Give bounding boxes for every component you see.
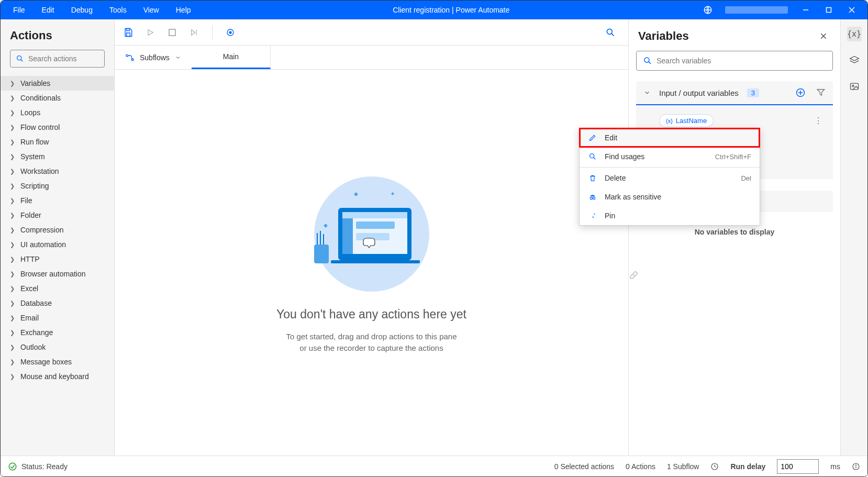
action-category-label: Mouse and keyboard [20,372,89,381]
stop-button[interactable] [166,26,179,39]
chevron-right-icon: ❯ [10,329,15,336]
action-category-file[interactable]: ❯File [1,193,114,208]
ctx-find-shortcut: Ctrl+Shift+F [715,153,751,161]
tab-main[interactable]: Main [192,46,271,69]
globe-icon [703,5,713,15]
chevron-right-icon: ❯ [10,241,15,248]
chevron-right-icon: ❯ [10,183,15,190]
action-category-browser-automation[interactable]: ❯Browser automation [1,267,114,281]
action-category-mouse-and-keyboard[interactable]: ❯Mouse and keyboard [1,369,114,384]
menu-tools[interactable]: Tools [101,1,135,19]
chevron-right-icon: ❯ [10,168,15,175]
variable-pill[interactable]: {x}LastName [659,114,714,127]
action-category-label: Workstation [20,167,59,175]
maximize-button[interactable] [824,5,834,15]
actions-search-input[interactable] [28,54,120,63]
status-subflow-count: 1 Subflow [667,462,699,471]
subflows-dropdown[interactable]: Subflows [115,46,192,69]
rail-layers-button[interactable] [847,53,862,68]
filter-icon[interactable] [816,87,826,98]
chevron-right-icon: ❯ [10,271,15,278]
ctx-pin[interactable]: Pin [580,206,760,225]
info-icon[interactable] [852,462,860,471]
variables-close-button[interactable] [816,29,831,43]
run-delay-input[interactable] [777,459,819,474]
action-category-message-boxes[interactable]: ❯Message boxes [1,354,114,369]
ctx-delete[interactable]: Delete Del [580,169,760,187]
action-category-flow-control[interactable]: ❯Flow control [1,120,114,135]
action-category-scripting[interactable]: ❯Scripting [1,179,114,193]
chevron-right-icon: ❯ [10,212,15,219]
clock-icon [710,462,719,471]
action-category-folder[interactable]: ❯Folder [1,208,114,223]
action-category-ui-automation[interactable]: ❯UI automation [1,237,114,252]
eraser-icon[interactable] [629,262,840,280]
designer-search-button[interactable] [600,22,621,43]
ctx-find-usages[interactable]: Find usages Ctrl+Shift+F [580,147,760,166]
action-category-variables[interactable]: ❯Variables [1,76,114,91]
svg-rect-24 [356,221,395,229]
ctx-mark-sensitive[interactable]: Mark as sensitive [580,187,760,206]
empty-subtitle: To get started, drag and drop actions to… [286,331,457,354]
svg-point-56 [855,464,856,465]
menu-help[interactable]: Help [168,1,199,19]
action-category-conditionals[interactable]: ❯Conditionals [1,91,114,105]
action-category-label: Excel [20,284,38,293]
action-category-run-flow[interactable]: ❯Run flow [1,135,114,149]
action-category-exchange[interactable]: ❯Exchange [1,325,114,340]
action-category-http[interactable]: ❯HTTP [1,252,114,267]
action-category-label: Database [20,299,52,307]
record-button[interactable] [224,26,237,39]
action-category-loops[interactable]: ❯Loops [1,105,114,120]
add-variable-button[interactable] [795,87,806,98]
variables-search[interactable] [636,51,833,71]
ms-label: ms [830,462,840,471]
variables-search-input[interactable] [656,57,826,65]
run-button[interactable] [144,26,157,39]
status-check-icon [8,462,17,471]
rail-images-button[interactable] [847,79,862,94]
svg-rect-27 [314,245,329,263]
menu-edit[interactable]: Edit [34,1,63,19]
ctx-delete-label: Delete [605,174,626,182]
actions-search[interactable] [10,50,105,68]
action-category-label: HTTP [20,255,40,263]
ctx-edit[interactable]: Edit [580,128,760,147]
close-button[interactable] [847,5,857,15]
svg-marker-44 [850,57,859,61]
chevron-right-icon: ❯ [10,197,15,204]
action-category-outlook[interactable]: ❯Outlook [1,340,114,354]
action-category-compression[interactable]: ❯Compression [1,223,114,237]
rail-variables-button[interactable]: {x} [847,27,862,41]
action-category-system[interactable]: ❯System [1,149,114,164]
svg-rect-26 [331,260,420,263]
variable-more-button[interactable]: ⋮ [811,114,826,128]
minimize-button[interactable] [800,5,811,15]
chevron-right-icon: ❯ [10,124,15,131]
action-category-workstation[interactable]: ❯Workstation [1,164,114,179]
svg-rect-10 [169,29,175,36]
chevron-right-icon: ❯ [10,95,15,102]
action-category-label: System [20,152,45,161]
step-button[interactable] [188,26,201,39]
chevron-right-icon: ❯ [10,153,15,160]
action-category-label: Folder [20,211,41,219]
action-category-email[interactable]: ❯Email [1,310,114,325]
chevron-down-icon[interactable] [643,89,651,96]
svg-rect-7 [127,28,130,30]
svg-line-43 [633,274,635,276]
menu-debug[interactable]: Debug [63,1,101,19]
action-category-label: UI automation [20,240,66,249]
action-category-excel[interactable]: ❯Excel [1,281,114,296]
svg-line-38 [649,62,651,64]
menu-file[interactable]: File [5,1,34,19]
action-category-label: Browser automation [20,270,86,278]
variable-icon: {x} [666,118,673,124]
menu-view[interactable]: View [135,1,168,19]
status-actions-count: 0 Actions [626,462,655,471]
svg-point-17 [126,54,128,57]
save-button[interactable] [122,26,135,39]
svg-point-37 [644,58,649,62]
action-category-database[interactable]: ❯Database [1,296,114,310]
right-rail: {x} [840,19,867,456]
